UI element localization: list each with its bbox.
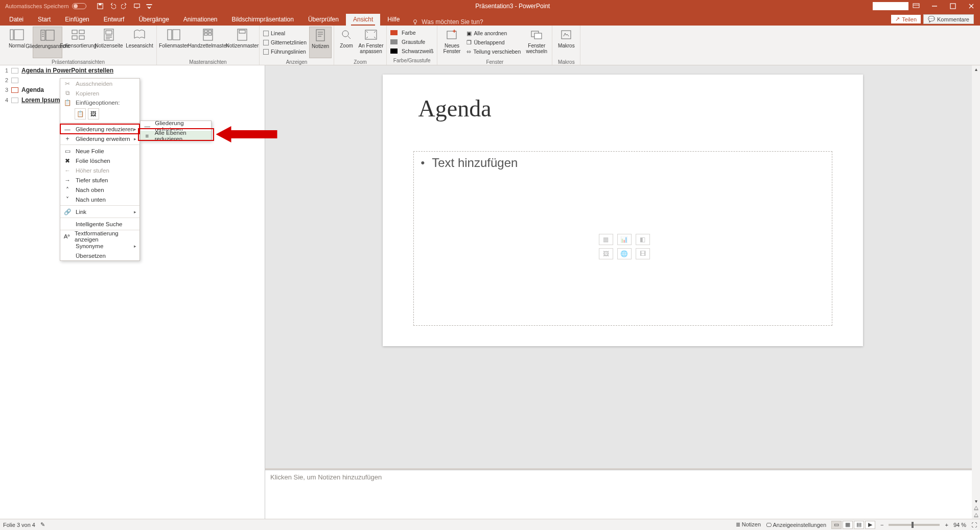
outline-title[interactable]: Agenda [21, 86, 44, 93]
arrange-all-button[interactable]: ▣Alle anordnen [465, 29, 522, 38]
scroll-down-icon[interactable]: ▾ [972, 497, 979, 504]
insert-video-icon[interactable]: 🎞 [636, 248, 650, 259]
autosave-pill[interactable] [72, 3, 86, 9]
normal-view-status-icon[interactable]: ▭ [831, 521, 842, 529]
spellcheck-icon[interactable]: ✎ [40, 521, 45, 528]
outline-view-button[interactable]: Gliederungsansicht [33, 27, 62, 58]
content-placeholder[interactable]: Text hinzufügen ▦ 📊 ◧ 🖼 🌐 🎞 [413, 151, 832, 326]
slide-title[interactable]: Agenda [418, 95, 492, 122]
tell-me-search[interactable]: Was möchten Sie tun? [412, 18, 483, 26]
ctx-new-slide[interactable]: ▭Neue Folie [60, 146, 139, 156]
fit-to-window-status-icon[interactable]: ⛶ [971, 522, 977, 528]
notes-page-button[interactable]: Notizenseite [94, 27, 124, 58]
move-split-button[interactable]: ⬄Teilung verschieben [465, 47, 522, 56]
zoom-in-button[interactable]: + [945, 522, 948, 528]
cascade-button[interactable]: ❐Überlappend [465, 38, 522, 47]
insert-smartart-icon[interactable]: ◧ [636, 234, 650, 245]
new-window-button[interactable]: Neues Fenster [439, 27, 464, 58]
ctx-move-down[interactable]: ˅Nach unten [60, 195, 139, 204]
zoom-button[interactable]: Zoom [336, 27, 357, 58]
blackwhite-button[interactable]: Schwarzweiß [389, 46, 435, 56]
insert-picture-icon[interactable]: 🖼 [599, 248, 613, 259]
content-placeholder-text[interactable]: Text hinzufügen [421, 156, 518, 170]
tab-datei[interactable]: Datei [2, 14, 31, 26]
tab-start[interactable]: Start [31, 14, 58, 26]
autosave-toggle[interactable]: Automatisches Speichern [5, 3, 86, 9]
tab-ueberpruefen[interactable]: Überprüfen [301, 14, 346, 26]
start-from-beginning-icon[interactable] [133, 3, 141, 10]
zoom-level[interactable]: 94 % [953, 522, 966, 528]
qat-more-icon[interactable] [146, 3, 153, 10]
notes-master-button[interactable]: Notizenmaster [227, 27, 257, 58]
zoom-slider[interactable] [889, 524, 940, 526]
fit-to-window-button[interactable]: An Fenster anpassen [358, 27, 384, 58]
ctx-demote[interactable]: →Tiefer stufen [60, 175, 139, 185]
zoom-out-button[interactable]: − [880, 522, 883, 528]
submenu-collapse-all[interactable]: ≡Alle Ebenen reduzieren [141, 131, 211, 140]
ctx-link[interactable]: 🔗Link▸ [60, 207, 139, 216]
prev-slide-icon[interactable]: ⧋ [972, 504, 979, 512]
display-settings-button[interactable]: 🖵 Anzeigeeinstellungen [766, 522, 826, 528]
share-button[interactable]: ↗ Teilen [891, 14, 921, 24]
grayscale-button[interactable]: Graustufe [389, 37, 435, 46]
handout-master-button[interactable]: Handzettelmaster [190, 27, 226, 58]
outline-title[interactable]: Agenda in PowerPoint erstellen [21, 67, 113, 74]
insert-online-picture-icon[interactable]: 🌐 [617, 248, 632, 259]
ctx-translate[interactable]: Übersetzen [60, 251, 139, 260]
notes-placeholder[interactable]: Klicken Sie, um Notizen hinzuzufügen [270, 473, 382, 481]
ruler-checkbox[interactable]: Lineal [262, 29, 308, 38]
redo-icon[interactable] [121, 3, 128, 10]
ctx-cut[interactable]: ✂Ausschneiden [60, 79, 139, 88]
gridlines-checkbox[interactable]: Gitternetzlinien [262, 38, 308, 47]
minimize-icon[interactable] [931, 3, 938, 10]
sorter-view-status-icon[interactable]: ▦ [843, 521, 853, 529]
macros-button[interactable]: Makros [554, 27, 578, 58]
next-slide-icon[interactable]: ⧋ [972, 512, 979, 519]
tab-ansicht[interactable]: Ansicht [346, 14, 380, 26]
ctx-copy[interactable]: ⧉Kopieren [60, 88, 139, 98]
paste-option-dest-theme[interactable]: 📋 [75, 108, 86, 119]
insert-table-icon[interactable]: ▦ [599, 234, 613, 245]
outline-item-1[interactable]: 1 Agenda in PowerPoint erstellen [0, 65, 265, 76]
ctx-delete-slide[interactable]: ✖Folie löschen [60, 156, 139, 165]
tab-bildschirm[interactable]: Bildschirmpräsentation [225, 14, 301, 26]
color-mode-button[interactable]: Farbe [389, 28, 435, 37]
ctx-promote[interactable]: ←Höher stufen [60, 165, 139, 175]
maximize-icon[interactable] [949, 3, 956, 10]
ctx-move-up[interactable]: ˄Nach oben [60, 185, 139, 195]
tab-animationen[interactable]: Animationen [176, 14, 225, 26]
tab-entwurf[interactable]: Entwurf [97, 14, 132, 26]
reading-view-button[interactable]: Leseansicht [125, 27, 154, 58]
reading-view-status-icon[interactable]: ▤ [854, 521, 864, 529]
vertical-scrollbar[interactable]: ▴ ▾ ⧋ ⧋ [972, 65, 980, 519]
notes-status-button[interactable]: ≣ Notizen [736, 521, 761, 528]
ctx-synonyms[interactable]: Synonyme▸ [60, 241, 139, 251]
paste-option-picture[interactable]: 🖼 [88, 108, 99, 119]
slide[interactable]: Agenda Text hinzufügen ▦ 📊 ◧ 🖼 🌐 🎞 [383, 75, 863, 346]
insert-chart-icon[interactable]: 📊 [617, 234, 632, 245]
slide-sorter-button[interactable]: Foliensortierung [63, 27, 93, 58]
guides-checkbox[interactable]: Führungslinien [262, 47, 308, 56]
ribbon-display-icon[interactable] [913, 3, 920, 10]
slide-master-button[interactable]: Folienmaster [159, 27, 189, 58]
outline-title[interactable]: Lorem Ipsum [21, 97, 60, 104]
ctx-collapse-outline[interactable]: —Gliederung reduzieren▸ [60, 124, 139, 134]
comments-button[interactable]: 💬 Kommentare [923, 14, 974, 24]
tab-uebergaenge[interactable]: Übergänge [131, 14, 176, 26]
save-icon[interactable] [97, 3, 104, 10]
titlebar-search-box[interactable] [873, 2, 908, 10]
ctx-expand-outline[interactable]: ＋Gliederung erweitern▸ [60, 134, 139, 143]
undo-icon[interactable] [109, 3, 116, 10]
normal-view-button[interactable]: Normal [2, 27, 32, 58]
close-icon[interactable] [968, 3, 975, 10]
ctx-show-formatting[interactable]: AᵃTextformatierung anzeigen [60, 231, 139, 241]
ctx-smart-lookup[interactable]: Intelligente Suche [60, 219, 139, 229]
notes-pane[interactable]: Klicken Sie, um Notizen hinzuzufügen [265, 470, 980, 519]
slide-scroll[interactable]: Agenda Text hinzufügen ▦ 📊 ◧ 🖼 🌐 🎞 [265, 65, 980, 468]
tab-hilfe[interactable]: Hilfe [380, 14, 407, 26]
slideshow-view-status-icon[interactable]: ▶ [865, 521, 875, 529]
switch-windows-button[interactable]: Fenster wechseln [523, 27, 550, 58]
slide-counter[interactable]: Folie 3 von 4 [3, 522, 35, 528]
scroll-up-icon[interactable]: ▴ [972, 65, 979, 73]
tab-einfuegen[interactable]: Einfügen [58, 14, 96, 26]
